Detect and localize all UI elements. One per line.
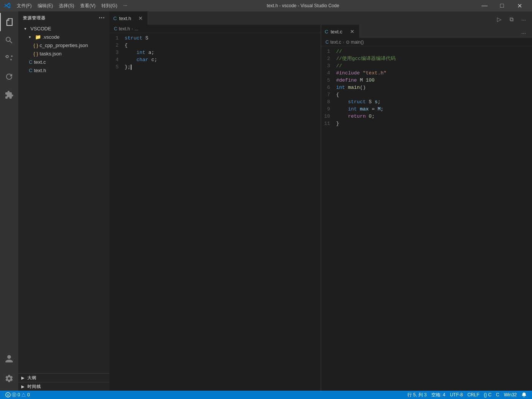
outline-section: ▶ 大纲 — [18, 373, 109, 382]
menu-edit[interactable]: 编辑(E) — [35, 2, 56, 10]
status-language-text: {} C — [484, 392, 491, 397]
line-number: 8 — [321, 98, 336, 106]
error-icon: 0 — [5, 392, 11, 397]
activity-run[interactable] — [0, 68, 18, 86]
tab-close-button[interactable]: ✕ — [349, 28, 355, 35]
editor-with-minimap-left: 1 struct S 2 { 3 int a; — [109, 33, 321, 391]
line-content: int main() — [336, 84, 521, 91]
activity-bar-bottom — [0, 350, 18, 391]
line-number: 4 — [321, 69, 336, 77]
breadcrumb-filename: text.c — [330, 39, 341, 45]
vscode-logo — [4, 2, 11, 9]
status-spaces[interactable]: 空格: 4 — [429, 391, 448, 399]
line-content: #include "text.h" — [336, 69, 521, 77]
outline-label: 大纲 — [27, 375, 36, 381]
status-c-mode[interactable]: C — [494, 391, 502, 399]
tree-item-vscode-root[interactable]: ▾ VSCODE — [18, 24, 109, 33]
tree-root-label: VSCODE — [30, 26, 51, 32]
tab-text-h[interactable]: C text.h ✕ — [109, 11, 147, 25]
tree-item-text-c[interactable]: C text.c — [18, 58, 109, 66]
status-errors[interactable]: 0 ⓪ 0 △ 0 — [3, 391, 32, 399]
folder-icon: 📁 — [35, 34, 41, 40]
code-line: 3 // — [321, 62, 521, 69]
h-file-icon: C — [29, 68, 32, 73]
status-notifications[interactable] — [519, 391, 529, 399]
editor-with-minimap-right: 1 // 2 //使用gcc编译器编译代码 3 // — [321, 46, 532, 391]
outline-header[interactable]: ▶ 大纲 — [18, 374, 109, 382]
tab-text-c[interactable]: C text.c ✕ — [321, 25, 359, 38]
activity-source-control[interactable] — [0, 49, 18, 68]
run-button[interactable]: ▷ — [494, 14, 505, 25]
code-line: 4 char c; — [109, 56, 309, 63]
line-number: 1 — [321, 48, 336, 55]
line-content: // — [336, 48, 521, 55]
status-language[interactable]: {} C — [481, 391, 494, 399]
menu-goto[interactable]: 转到(G) — [98, 2, 120, 10]
source-control-icon — [5, 54, 14, 63]
tab-label: text.h — [119, 16, 131, 21]
line-number: 11 — [321, 120, 336, 127]
code-line: 11 } — [321, 120, 521, 127]
code-line: 4 #include "text.h" — [321, 69, 521, 77]
activity-account[interactable] — [0, 350, 18, 368]
status-line-ending[interactable]: CRLF — [465, 391, 481, 399]
json-file-icon: { } — [33, 43, 38, 48]
menu-select[interactable]: 选择(S) — [56, 2, 77, 10]
status-line-col[interactable]: 行 5, 列 3 — [405, 391, 429, 399]
code-editor-left[interactable]: 1 struct S 2 { 3 int a; — [109, 33, 309, 391]
right-more-button[interactable]: ··· — [518, 27, 529, 38]
minimize-button[interactable]: — — [476, 0, 493, 11]
tree-item-c-cpp-props[interactable]: { } c_cpp_properties.json — [18, 41, 109, 49]
tree-item-label: text.c — [34, 59, 46, 65]
tree-item-label: c_cpp_properties.json — [40, 43, 88, 48]
breadcrumb-item: ... — [135, 26, 138, 32]
more-actions-button[interactable]: ··· — [518, 14, 529, 25]
minimap-left — [309, 33, 321, 391]
status-platform[interactable]: Win32 — [502, 391, 519, 399]
breadcrumb-filename: text.h — [119, 26, 130, 32]
code-line: 10 return 0; — [321, 113, 521, 120]
sidebar-tree: ▾ VSCODE ▾ 📁 .vscode { } c_cpp_propertie… — [18, 24, 109, 373]
tree-item-text-h[interactable]: C text.h — [18, 66, 109, 74]
code-line: 9 int max = M; — [321, 106, 521, 113]
code-line: 6 int main() — [321, 84, 521, 91]
line-number: 3 — [321, 62, 336, 69]
status-encoding[interactable]: UTF-8 — [448, 391, 465, 399]
code-line: 2 { — [109, 42, 309, 49]
activity-extensions[interactable] — [0, 86, 18, 104]
window-controls: — □ ✕ — [476, 0, 528, 11]
tree-item-tasks-json[interactable]: { } tasks.json — [18, 49, 109, 58]
split-editor-button[interactable]: ⧉ — [506, 14, 517, 25]
menu-view[interactable]: 查看(V) — [77, 2, 98, 10]
line-number: 3 — [109, 49, 125, 56]
timeline-section: ▶ 时间线 — [18, 382, 109, 391]
main-layout: 资源管理器 ··· ▾ VSCODE ▾ 📁 .vscode { } c_cpp… — [0, 11, 532, 391]
title-bar-menus: 文件(F) 编辑(E) 选择(S) 查看(V) 转到(G) ··· — [14, 2, 130, 10]
editor-pane-right: C text.c ✕ ··· C text.c › ⊙ main() — [321, 25, 532, 391]
menu-file[interactable]: 文件(F) — [14, 2, 35, 10]
timeline-header[interactable]: ▶ 时间线 — [18, 382, 109, 391]
activity-settings[interactable] — [0, 369, 18, 388]
line-content: { — [336, 91, 521, 98]
close-button[interactable]: ✕ — [511, 0, 528, 11]
code-line: 2 //使用gcc编译器编译代码 — [321, 55, 521, 62]
chevron-right-icon: ▶ — [21, 385, 26, 389]
tree-item-vscode-folder[interactable]: ▾ 📁 .vscode — [18, 33, 109, 41]
status-spaces-text: 空格: 4 — [431, 392, 445, 398]
breadcrumb-item: ⊙ main() — [346, 39, 364, 45]
extensions-icon — [5, 90, 14, 99]
sidebar-more-icon[interactable]: ··· — [99, 14, 105, 21]
code-editor-right[interactable]: 1 // 2 //使用gcc编译器编译代码 3 // — [321, 46, 521, 391]
line-number: 9 — [321, 106, 336, 113]
settings-icon — [5, 374, 14, 383]
activity-search[interactable] — [0, 31, 18, 49]
editor-pane-left: C text.h › ... 1 struct S — [109, 25, 321, 391]
maximize-button[interactable]: □ — [493, 0, 511, 11]
line-content: return 0; — [336, 113, 521, 120]
menu-more[interactable]: ··· — [120, 2, 130, 10]
line-content: // — [336, 62, 521, 69]
activity-explorer[interactable] — [0, 13, 18, 31]
tab-close-button[interactable]: ✕ — [138, 15, 144, 21]
explorer-icon — [5, 17, 14, 27]
c-file-tab-icon: C — [325, 29, 328, 35]
